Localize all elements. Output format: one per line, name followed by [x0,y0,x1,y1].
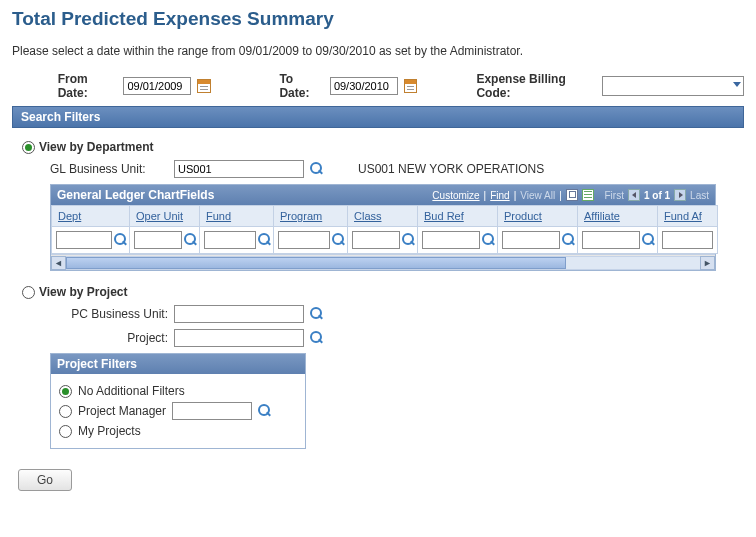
spreadsheet-icon[interactable] [582,189,594,201]
grid-counter: 1 of 1 [644,190,670,201]
lookup-icon[interactable] [258,233,269,247]
no-additional-filters-row[interactable]: No Additional Filters [59,384,297,398]
project-manager-row[interactable]: Project Manager [59,402,297,420]
project-input[interactable] [174,329,304,347]
affiliate-input[interactable] [582,231,640,249]
radio-icon[interactable] [59,425,72,438]
lookup-icon[interactable] [310,307,324,321]
radio-icon[interactable] [22,286,35,299]
view-by-project-label: View by Project [39,285,127,299]
col-dept[interactable]: Dept [52,206,130,227]
next-icon[interactable] [674,189,686,201]
view-by-department-radio-row[interactable]: View by Department [22,140,734,154]
col-class[interactable]: Class [348,206,418,227]
project-filters-title: Project Filters [51,354,305,374]
calendar-icon[interactable] [404,79,417,93]
col-oper-unit[interactable]: Oper Unit [130,206,200,227]
date-range-row: From Date: To Date: Expense Billing Code… [12,72,744,100]
from-date-label: From Date: [58,72,118,100]
instruction-text: Please select a date within the range fr… [12,44,744,58]
class-input[interactable] [352,231,400,249]
to-date-input[interactable] [330,77,398,95]
radio-icon[interactable] [22,141,35,154]
my-projects-label: My Projects [78,424,141,438]
pc-bu-input[interactable] [174,305,304,323]
col-bud-ref[interactable]: Bud Ref [418,206,498,227]
lookup-icon[interactable] [310,331,324,345]
first-link[interactable]: First [605,190,624,201]
lookup-icon[interactable] [642,233,653,247]
lookup-icon[interactable] [114,233,125,247]
from-date-input[interactable] [123,77,191,95]
col-fund[interactable]: Fund [200,206,274,227]
gl-bu-label: GL Business Unit: [50,162,168,176]
chartfields-grid: General Ledger ChartFields Customize | F… [50,184,716,271]
table-row [52,227,718,254]
project-manager-label: Project Manager [78,404,166,418]
lookup-icon[interactable] [562,233,573,247]
page-title: Total Predicted Expenses Summary [12,8,744,30]
lookup-icon[interactable] [258,404,272,418]
calendar-icon[interactable] [197,79,210,93]
bud-ref-input[interactable] [422,231,480,249]
view-all-link[interactable]: View All [520,190,555,201]
col-program[interactable]: Program [274,206,348,227]
col-fund-af[interactable]: Fund Af [658,206,718,227]
view-by-project-radio-row[interactable]: View by Project [22,285,734,299]
lookup-icon[interactable] [402,233,413,247]
gl-bu-description: US001 NEW YORK OPERATIONS [358,162,544,176]
product-input[interactable] [502,231,560,249]
lookup-icon[interactable] [482,233,493,247]
no-additional-filters-label: No Additional Filters [78,384,185,398]
oper-unit-input[interactable] [134,231,182,249]
grid-horizontal-scrollbar[interactable]: ◄ ► [51,254,715,270]
radio-icon[interactable] [59,385,72,398]
find-link[interactable]: Find [490,190,509,201]
scroll-thumb[interactable] [66,257,566,269]
pc-bu-label: PC Business Unit: [50,307,168,321]
fund-af-input[interactable] [662,231,713,249]
fund-input[interactable] [204,231,256,249]
go-button[interactable]: Go [18,469,72,491]
popout-icon[interactable] [566,189,578,201]
scroll-left-icon[interactable]: ◄ [51,256,66,270]
prev-icon[interactable] [628,189,640,201]
lookup-icon[interactable] [332,233,343,247]
lookup-icon[interactable] [310,162,324,176]
program-input[interactable] [278,231,330,249]
search-filters-bar: Search Filters [12,106,744,128]
to-date-label: To Date: [279,72,323,100]
last-link[interactable]: Last [690,190,709,201]
dept-input[interactable] [56,231,112,249]
grid-title: General Ledger ChartFields [57,188,214,202]
project-filters-box: Project Filters No Additional Filters Pr… [50,353,306,449]
col-affiliate[interactable]: Affiliate [578,206,658,227]
scroll-right-icon[interactable]: ► [700,256,715,270]
customize-link[interactable]: Customize [432,190,479,201]
my-projects-row[interactable]: My Projects [59,424,297,438]
gl-bu-input[interactable] [174,160,304,178]
view-by-department-label: View by Department [39,140,153,154]
col-product[interactable]: Product [498,206,578,227]
project-label: Project: [50,331,168,345]
billing-code-label: Expense Billing Code: [476,72,596,100]
lookup-icon[interactable] [184,233,195,247]
radio-icon[interactable] [59,405,72,418]
billing-code-select[interactable] [602,76,744,96]
project-manager-input[interactable] [172,402,252,420]
